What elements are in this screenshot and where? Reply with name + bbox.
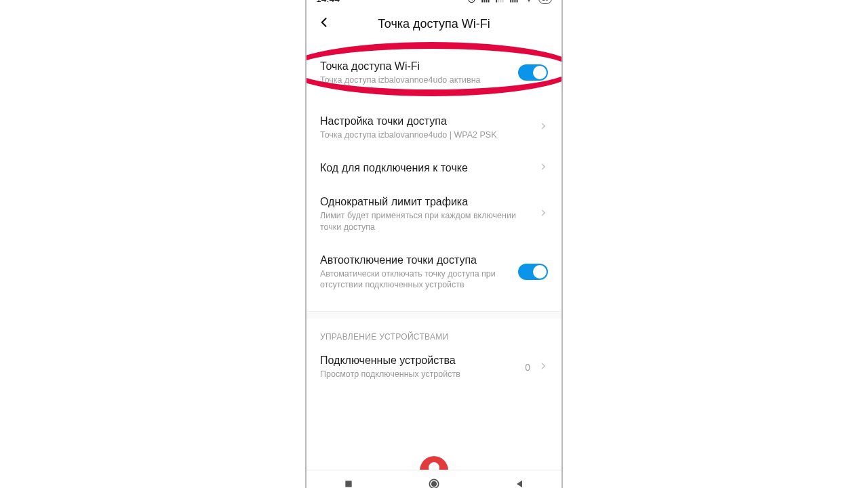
svg-marker-17 bbox=[517, 481, 522, 488]
chevron-right-icon bbox=[538, 162, 548, 174]
row-traffic-limit[interactable]: Однократный лимит трафика Лимит будет пр… bbox=[307, 187, 561, 241]
chevron-right-icon bbox=[538, 121, 548, 134]
nav-back-button[interactable] bbox=[514, 479, 525, 488]
row-subtitle: Точка доступа izbalovannoe4udo | WPA2 PS… bbox=[320, 129, 533, 141]
back-button[interactable] bbox=[313, 12, 335, 36]
row-connect-code[interactable]: Код для подключения к точке bbox=[307, 149, 561, 187]
record-indicator bbox=[420, 456, 448, 470]
svg-rect-4 bbox=[488, 0, 490, 2]
row-hotspot-toggle[interactable]: Точка доступа Wi-Fi Точка доступа izbalo… bbox=[307, 52, 561, 94]
row-label: Код для подключения к точке bbox=[320, 161, 533, 175]
svg-rect-5 bbox=[496, 0, 497, 2]
svg-point-16 bbox=[432, 482, 437, 487]
svg-rect-9 bbox=[510, 0, 511, 2]
status-time: 14:44 bbox=[316, 0, 340, 4]
section-divider bbox=[307, 311, 561, 319]
row-label: Автоотключение точки доступа bbox=[320, 253, 518, 267]
svg-rect-7 bbox=[500, 0, 501, 2]
svg-rect-2 bbox=[484, 0, 485, 2]
svg-rect-11 bbox=[514, 0, 515, 2]
signal3-icon bbox=[509, 0, 519, 4]
row-subtitle: Точка доступа izbalovannoe4udo активна bbox=[320, 75, 518, 86]
page-title: Точка доступа Wi-Fi bbox=[307, 17, 561, 31]
row-subtitle: Просмотр подключенных устройств bbox=[320, 369, 525, 380]
row-label: Настройка точки доступа bbox=[320, 115, 533, 128]
header: Точка доступа Wi-Fi bbox=[307, 8, 561, 39]
svg-rect-3 bbox=[486, 0, 487, 2]
row-label: Точка доступа Wi-Fi bbox=[320, 60, 518, 73]
svg-point-0 bbox=[469, 0, 475, 2]
row-connected-devices[interactable]: Подключенные устройства Просмотр подключ… bbox=[307, 346, 561, 388]
svg-rect-1 bbox=[481, 0, 483, 2]
signal2-icon bbox=[495, 0, 505, 4]
row-label: Подключенные устройства bbox=[320, 354, 525, 367]
row-subtitle: Лимит будет применяться при каждом включ… bbox=[320, 210, 533, 233]
row-auto-off[interactable]: Автоотключение точки доступа Автоматичес… bbox=[307, 241, 561, 300]
nav-home-button[interactable] bbox=[427, 477, 441, 488]
chevron-right-icon bbox=[538, 361, 548, 373]
chevron-right-icon bbox=[538, 208, 548, 220]
svg-rect-14 bbox=[345, 481, 351, 487]
wifi-icon bbox=[524, 0, 534, 4]
svg-rect-6 bbox=[498, 0, 499, 2]
nav-recents-button[interactable] bbox=[343, 479, 354, 488]
svg-rect-12 bbox=[517, 0, 518, 2]
status-bar: 14:44 10 bbox=[307, 0, 561, 8]
nav-bar bbox=[307, 470, 561, 488]
svg-rect-8 bbox=[502, 0, 504, 2]
svg-point-13 bbox=[528, 1, 529, 2]
svg-rect-10 bbox=[512, 0, 513, 2]
row-label: Однократный лимит трафика bbox=[320, 195, 533, 209]
status-icons: 10 bbox=[467, 0, 552, 4]
alarm-icon bbox=[467, 0, 477, 4]
battery-icon: 10 bbox=[538, 0, 552, 4]
settings-list: Точка доступа Wi-Fi Точка доступа izbalo… bbox=[307, 52, 561, 388]
row-hotspot-setup[interactable]: Настройка точки доступа Точка доступа iz… bbox=[307, 106, 561, 149]
section-header-devices: УПРАВЛЕНИЕ УСТРОЙСТВАМИ bbox=[307, 319, 561, 346]
phone-frame: 14:44 10 Точка доступа Wi-Fi bbox=[305, 0, 563, 488]
auto-off-toggle[interactable] bbox=[518, 264, 548, 280]
signal-icon bbox=[481, 0, 491, 4]
hotspot-toggle[interactable] bbox=[518, 64, 548, 81]
connected-count: 0 bbox=[525, 362, 530, 373]
row-subtitle: Автоматически отключать точку доступа пр… bbox=[320, 268, 518, 291]
